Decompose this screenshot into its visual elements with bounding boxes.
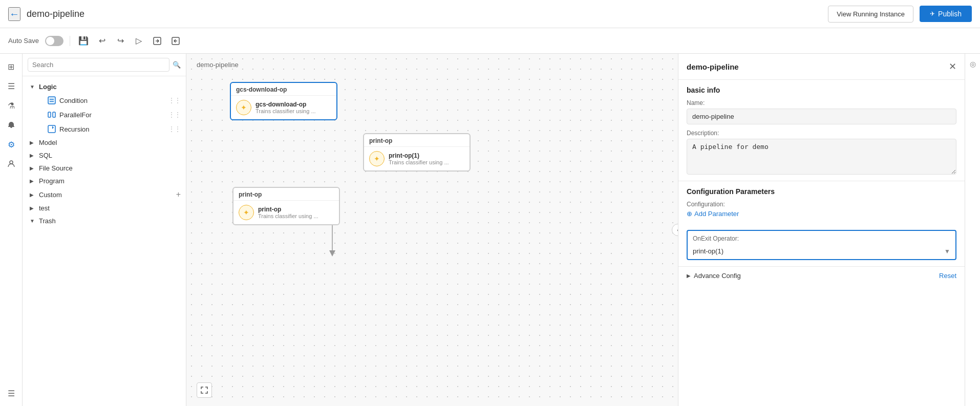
tree-section-program[interactable]: ▶ Program: [23, 175, 186, 187]
tree-section-test[interactable]: ▶ test: [23, 202, 186, 215]
node-gcs-download-op-desc: Trains classifier using ...: [255, 108, 316, 114]
node-print-op-side-info: print-op(1) Trains classifier using ...: [389, 152, 449, 165]
desc-textarea[interactable]: [687, 139, 956, 175]
tree-container: ▼ Logic Condition ⋮⋮ ParallelFor ⋮⋮: [23, 76, 186, 406]
app-header: ← demo-pipeline View Running Instance ✈ …: [0, 0, 980, 28]
view-running-button[interactable]: View Running Instance: [828, 6, 913, 23]
program-arrow-icon: ▶: [30, 178, 37, 184]
node-print-op-main-info: print-op Trains classifier using ...: [258, 206, 318, 219]
save-icon[interactable]: 💾: [76, 34, 91, 48]
trash-label: Trash: [39, 217, 181, 225]
basic-info-title: basic info: [687, 86, 956, 94]
bell-icon[interactable]: [3, 116, 20, 134]
custom-add-button[interactable]: +: [176, 190, 181, 199]
svg-rect-6: [48, 112, 51, 117]
import-icon[interactable]: [168, 34, 183, 48]
onexit-section: OnExit Operator: print-op(1) ▼: [678, 224, 965, 266]
export-icon[interactable]: [150, 34, 164, 48]
condition-drag-handle[interactable]: ⋮⋮: [168, 97, 181, 104]
menu-icon[interactable]: ☰: [3, 384, 20, 402]
node-print-op-main-name: print-op: [258, 206, 318, 213]
filesource-arrow-icon: ▶: [30, 165, 37, 171]
model-arrow-icon: ▶: [30, 140, 37, 145]
node-gcs-download-op-info: gcs-download-op Trains classifier using …: [255, 101, 316, 114]
search-icon[interactable]: 🔍: [173, 61, 181, 69]
left-panel: 🔍 ▼ Logic Condition ⋮⋮: [23, 54, 186, 406]
trash-arrow-icon: ▼: [30, 218, 37, 224]
tree-section-logic[interactable]: ▼ Logic: [23, 80, 186, 93]
advance-section: ▶ Advance Config Reset: [678, 266, 965, 285]
parallelfor-drag-handle[interactable]: ⋮⋮: [168, 111, 181, 118]
experiment-icon[interactable]: ⚗: [3, 97, 20, 114]
parallelfor-icon: [47, 110, 56, 119]
add-param-label: Add Parameter: [694, 210, 739, 218]
tree-section-custom[interactable]: ▶ Custom +: [23, 187, 186, 202]
canvas-expand-button[interactable]: [197, 382, 212, 398]
node-print-op-side-body: ✦ print-op(1) Trains classifier using ..…: [364, 147, 470, 170]
tree-section-filesource[interactable]: ▶ File Source: [23, 162, 186, 175]
node-print-op-main[interactable]: print-op ✦ print-op Trains classifier us…: [232, 187, 340, 225]
advance-config-toggle[interactable]: ▶ Advance Config: [687, 272, 741, 280]
redo-icon[interactable]: ↪: [113, 34, 127, 48]
advance-config-label: Advance Config: [694, 272, 741, 280]
onexit-select[interactable]: print-op(1) ▼: [688, 244, 955, 259]
users-icon[interactable]: [3, 155, 20, 173]
auto-save-toggle[interactable]: [45, 36, 63, 46]
tree-section-model[interactable]: ▶ Model: [23, 136, 186, 149]
svg-point-2: [10, 161, 13, 164]
tree-section-trash[interactable]: ▼ Trash: [23, 215, 186, 227]
config-title: Configuration Parameters: [687, 187, 956, 196]
close-panel-button[interactable]: ✕: [949, 61, 956, 72]
recursion-icon: [47, 124, 56, 134]
node-print-op-side-header: print-op: [364, 134, 470, 147]
publish-button[interactable]: ✈ Publish: [920, 6, 972, 22]
recursion-drag-handle[interactable]: ⋮⋮: [168, 125, 181, 133]
node-gcs-download-op-header: gcs-download-op: [231, 83, 336, 96]
add-param-icon: ⊕: [687, 210, 692, 218]
config-label: Configuration:: [687, 201, 956, 208]
node-gcs-download-op-name: gcs-download-op: [255, 101, 316, 108]
name-label: Name:: [687, 99, 956, 106]
search-input[interactable]: [28, 58, 169, 72]
reset-button[interactable]: Reset: [939, 272, 956, 280]
node-print-op-main-header: print-op: [233, 188, 339, 201]
settings-icon[interactable]: ⚙: [3, 136, 20, 153]
svg-rect-8: [48, 125, 55, 133]
tree-item-recursion[interactable]: Recursion ⋮⋮: [23, 122, 186, 136]
undo-icon[interactable]: ↩: [95, 34, 109, 48]
canvas-area[interactable]: demo-pipeline ‹ gcs-download-op ✦ gcs-do…: [186, 54, 678, 406]
onexit-value: print-op(1): [693, 247, 944, 255]
node-print-op-main-body: ✦ print-op Trains classifier using ...: [233, 201, 339, 224]
advance-arrow-icon: ▶: [687, 273, 691, 279]
node-print-op-side[interactable]: print-op ✦ print-op(1) Trains classifier…: [363, 133, 471, 172]
test-label: test: [39, 204, 181, 212]
tree-section-sql[interactable]: ▶ SQL: [23, 149, 186, 162]
test-arrow-icon: ▶: [30, 205, 37, 211]
grid-icon[interactable]: ⊞: [3, 58, 20, 75]
play-icon[interactable]: ▷: [132, 34, 146, 48]
right-panel-title: demo-pipeline: [687, 62, 739, 71]
right-panel-header: demo-pipeline ✕: [678, 54, 965, 80]
node-print-op-main-icon: ✦: [239, 205, 254, 220]
condition-icon: [47, 96, 56, 105]
back-button[interactable]: ←: [8, 7, 20, 21]
tree-item-condition[interactable]: Condition ⋮⋮: [23, 93, 186, 108]
toolbar: Auto Save 💾 ↩ ↪ ▷: [0, 28, 980, 54]
svg-rect-7: [53, 112, 55, 117]
pipeline-title: demo-pipeline: [27, 9, 822, 19]
node-print-op-side-icon: ✦: [369, 151, 385, 166]
canvas-label: demo-pipeline: [197, 61, 239, 69]
main-content: ⊞ ☰ ⚗ ⚙ ☰ 🔍 ▼ Logic: [0, 54, 980, 406]
node-gcs-download-op[interactable]: gcs-download-op ✦ gcs-download-op Trains…: [230, 82, 337, 120]
onexit-dropdown-arrow-icon: ▼: [944, 248, 950, 255]
custom-arrow-icon: ▶: [30, 192, 37, 198]
add-param-button[interactable]: ⊕ Add Parameter: [687, 210, 956, 218]
onexit-label: OnExit Operator:: [688, 231, 955, 244]
layers-icon[interactable]: ☰: [3, 77, 20, 95]
desc-label: Description:: [687, 130, 956, 137]
tree-item-parallelfor[interactable]: ParallelFor ⋮⋮: [23, 108, 186, 122]
compass-icon[interactable]: ◎: [967, 58, 979, 70]
parallelfor-label: ParallelFor: [59, 111, 166, 119]
condition-label: Condition: [59, 97, 166, 104]
name-value: demo-pipeline: [687, 109, 956, 124]
